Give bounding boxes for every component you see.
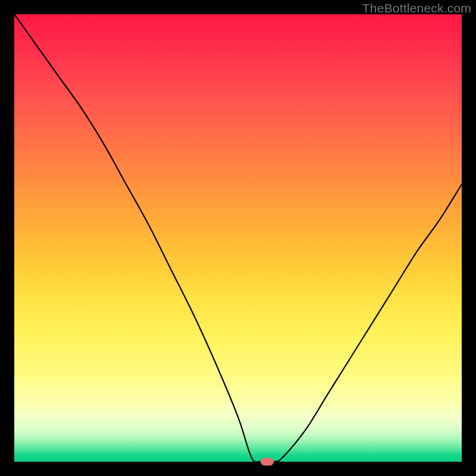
optimal-point-marker xyxy=(261,458,274,466)
plot-area xyxy=(14,14,462,462)
watermark-text: TheBottleneck.com xyxy=(362,1,471,15)
chart-frame: TheBottleneck.com xyxy=(0,0,476,476)
bottleneck-curve xyxy=(14,14,462,462)
